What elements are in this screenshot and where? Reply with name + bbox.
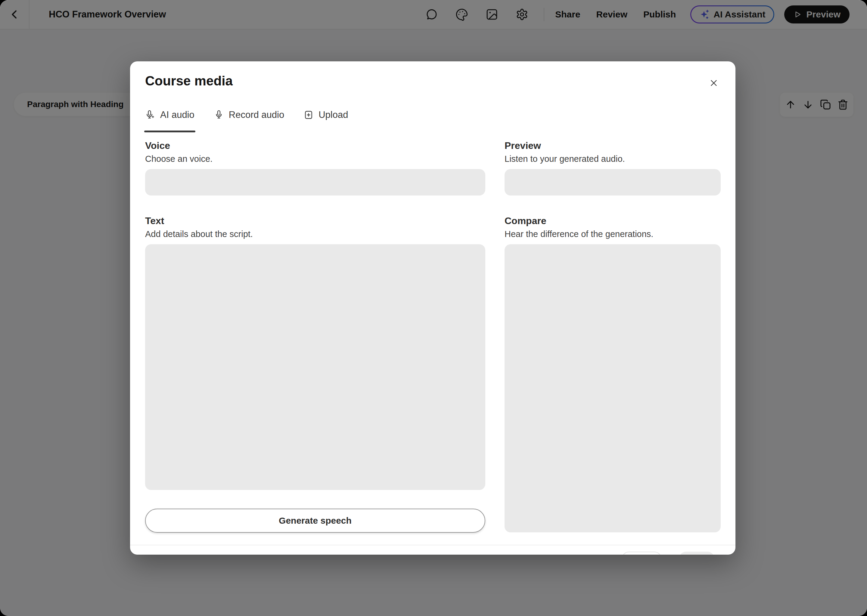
dialog-footer-divider — [130, 545, 735, 545]
media-tabs: AI audio Record audio Upload — [145, 110, 348, 123]
tab-upload[interactable]: Upload — [303, 110, 348, 123]
app-window: HCO Framework Overview — [0, 0, 867, 616]
preview-heading: Preview — [504, 140, 721, 152]
voice-select-placeholder[interactable] — [145, 169, 485, 195]
tab-record-audio-label: Record audio — [229, 110, 284, 120]
mic-sparkle-icon — [145, 110, 155, 120]
voice-description: Choose an voice. — [145, 153, 485, 164]
dialog-footer-primary-button[interactable] — [679, 552, 714, 555]
plus-square-icon — [303, 110, 314, 120]
generation-column: Voice Choose an voice. Text Add details … — [145, 140, 485, 533]
text-heading: Text — [145, 215, 485, 227]
compare-panel-placeholder — [504, 244, 721, 533]
compare-description: Hear the difference of the generations. — [504, 229, 721, 239]
voice-heading: Voice — [145, 140, 485, 152]
tab-upload-label: Upload — [318, 110, 348, 120]
tab-record-audio[interactable]: Record audio — [214, 110, 284, 123]
preview-description: Listen to your generated audio. — [504, 153, 721, 164]
generate-speech-button[interactable]: Generate speech — [145, 509, 485, 533]
mic-icon — [214, 110, 224, 120]
script-textarea-placeholder[interactable] — [145, 244, 485, 490]
tab-ai-audio[interactable]: AI audio — [145, 110, 194, 123]
playback-column: Preview Listen to your generated audio. … — [504, 140, 721, 533]
tab-ai-audio-label: AI audio — [160, 110, 194, 120]
close-icon — [709, 78, 719, 88]
dialog-title: Course media — [145, 73, 233, 88]
dialog-body: Voice Choose an voice. Text Add details … — [145, 140, 721, 533]
dialog-footer-secondary-button[interactable] — [622, 552, 661, 555]
text-description: Add details about the script. — [145, 229, 485, 239]
preview-player-placeholder — [504, 169, 721, 195]
course-media-dialog: Course media AI audio — [130, 61, 735, 555]
compare-heading: Compare — [504, 215, 721, 227]
close-button[interactable] — [705, 75, 722, 91]
